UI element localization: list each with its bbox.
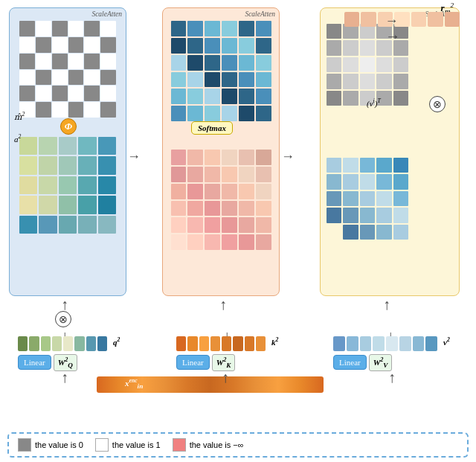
arrow-right-up: ↑ <box>383 296 390 313</box>
legend-swatch-1 <box>95 438 109 452</box>
otimes-q: ⊗ <box>55 311 71 327</box>
arrow-mid-right: → <box>281 149 295 164</box>
legend-swatch-0 <box>18 438 31 452</box>
softmax-box: Softmax <box>191 121 233 135</box>
legend-item-inf: the value is −∞ <box>173 438 244 452</box>
v-linear-group: Linear W2V <box>333 354 392 371</box>
mid-bottom-matrix <box>171 150 271 250</box>
right-bottom-matrix <box>327 158 408 240</box>
left-panel: ScaleAtten Φ m̂2 a2 <box>9 7 126 296</box>
legend-item-0: the value is 0 <box>18 438 83 452</box>
arrow-left-mid: → <box>127 149 141 164</box>
q-linear-button[interactable]: Linear <box>18 355 51 370</box>
a2-label: a2 <box>14 133 21 144</box>
phi-circle: Φ <box>60 118 77 135</box>
diagram-container: ScaleAtten Φ m̂2 a2 ScaleAtten Softmax S… <box>0 0 476 462</box>
arrow-xin-v: ↑ <box>388 369 396 386</box>
mid-panel: ScaleAtten Softmax <box>162 7 280 296</box>
v2-label: v2 <box>443 336 450 347</box>
arrow-xin-q: ↑ <box>61 369 68 386</box>
arrow-xin-k: ↑ <box>222 369 229 386</box>
k-bar <box>176 336 266 351</box>
rm2-bar <box>344 12 460 27</box>
arrow-rm2-down: ↑ <box>385 33 402 41</box>
legend-item-1: the value is 1 <box>95 438 161 452</box>
vi-t-label: (vi)T <box>367 97 381 108</box>
v-bar <box>333 336 437 351</box>
q-bar <box>18 336 107 351</box>
arrow-output: ↑ <box>385 18 400 25</box>
left-scale-label: ScaleAtten <box>10 8 126 18</box>
right-panel: ScaleAtten (vi)T ⊗ <box>320 7 460 296</box>
checker-grid <box>19 21 116 118</box>
x-in-label: xencin <box>125 377 143 390</box>
q2-label: q2 <box>113 336 120 347</box>
mid-scale-label: ScaleAtten <box>163 8 279 18</box>
mid-top-matrix <box>171 21 271 121</box>
color-matrix-left <box>19 137 116 234</box>
arrow-mid-up: ↑ <box>219 296 227 313</box>
k-linear-button[interactable]: Linear <box>176 355 210 370</box>
m-hat-label: m̂2 <box>14 111 25 122</box>
k2-label: k2 <box>271 336 278 347</box>
legend-swatch-inf <box>173 438 186 452</box>
v-linear-button[interactable]: Linear <box>333 355 367 370</box>
multiply-circle: ⊗ <box>429 96 446 112</box>
legend-box: the value is 0 the value is 1 the value … <box>7 432 469 458</box>
